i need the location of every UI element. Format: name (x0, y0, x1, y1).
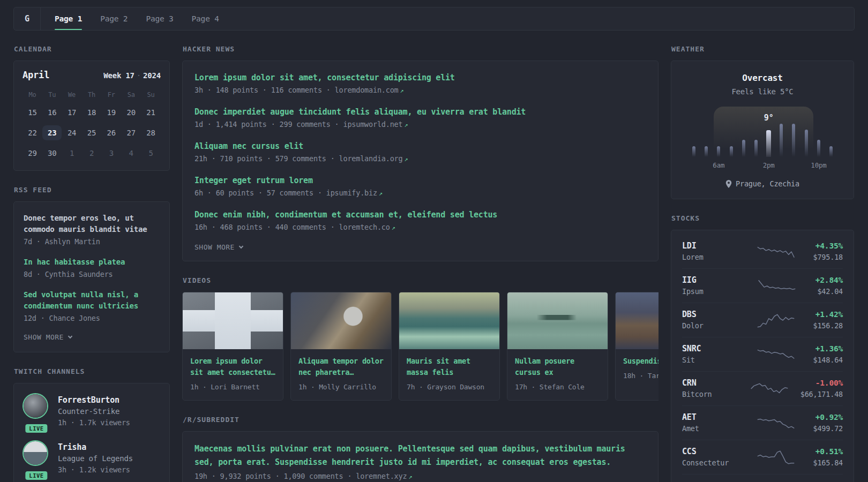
calendar-day: 4 (121, 146, 141, 161)
hacker-news-section-title: HACKER NEWS (183, 45, 659, 53)
weather-bar (792, 124, 795, 157)
calendar-week-year: Week 17·2024 (103, 71, 161, 80)
video-title[interactable]: Mauris sit amet massa felis (407, 356, 492, 378)
stock-row[interactable]: SNRCSit+1.36%$148.64 (682, 337, 843, 371)
stock-left: CRNBitcorn (682, 378, 739, 400)
calendar-weekday-header: Th (82, 90, 102, 100)
weather-time-label: 10pm (811, 161, 826, 169)
twitch-channel-game: Counter-Strike (58, 406, 130, 417)
rss-show-more-label: SHOW MORE (24, 333, 64, 341)
sparkline-chart (757, 347, 795, 363)
hacker-news-item: Donec imperdiet augue tincidunt felis al… (194, 106, 646, 130)
stock-left: LDILorem (682, 240, 739, 262)
weather-bar-current (766, 130, 771, 157)
hacker-news-item-title[interactable]: Lorem ipsum dolor sit amet, consectetur … (194, 72, 646, 84)
stock-left: AETAmet (682, 412, 739, 434)
rss-show-more-button[interactable]: SHOW MORE (24, 333, 160, 341)
stocks-card: LDILorem+4.35%$795.18IIGIpsum+2.84%$42.0… (671, 230, 854, 482)
video-card[interactable]: Aliquam tempor dolor nec pharetra…1h · M… (290, 292, 392, 401)
stock-row[interactable]: AETAmet+0.92%$499.72 (682, 405, 843, 440)
calendar-day: 27 (121, 125, 141, 140)
hacker-news-item-title[interactable]: Integer eget rutrum lorem (194, 175, 646, 186)
stock-ticker: CRN (682, 378, 739, 389)
hacker-news-list: Lorem ipsum dolor sit amet, consectetur … (194, 72, 646, 233)
stock-price: $795.18 (813, 252, 843, 262)
video-card[interactable]: Suspendisse diam18h · Tara (615, 292, 659, 401)
stock-left: IIGIpsum (682, 275, 739, 297)
stock-right: +0.51%$165.84 (813, 446, 843, 468)
twitch-section: TWITCH CHANNELS LIVEForrestBurtonCounter… (13, 367, 170, 482)
stock-row[interactable]: IIGIpsum+2.84%$42.04 (682, 268, 843, 303)
stock-left: SNRCSit (682, 343, 739, 365)
twitch-channel-meta: 3h · 1.2k viewers (58, 464, 133, 476)
video-card[interactable]: Nullam posuere cursus ex17h · Stefan Col… (507, 292, 608, 401)
tab-page-2[interactable]: Page 2 (100, 7, 128, 30)
weather-bars (687, 124, 837, 157)
hacker-news-item-meta: 16h · 468 points · 440 comments · loremt… (194, 222, 646, 233)
twitch-card: LIVEForrestBurtonCounter-Strike1h · 1.7k… (13, 383, 170, 482)
twitch-channel-row[interactable]: LIVETrishaLeague of Legends3h · 1.2k vie… (24, 441, 160, 476)
twitch-section-title: TWITCH CHANNELS (14, 367, 170, 375)
video-card-body: Aliquam tempor dolor nec pharetra…1h · M… (291, 349, 391, 400)
stock-row[interactable]: DBSDolor+1.42%$156.28 (682, 303, 843, 337)
weather-location-row: Prague, Czechia (682, 179, 843, 188)
hacker-news-item-title[interactable]: Donec enim nibh, condimentum et accumsan… (194, 209, 646, 221)
tab-page-4[interactable]: Page 4 (192, 7, 219, 30)
weather-time-label: 2pm (763, 161, 775, 169)
weather-bar-slot (687, 124, 700, 157)
app-logo[interactable]: G (14, 7, 41, 30)
hacker-news-item-title[interactable]: Aliquam nec cursus elit (194, 140, 646, 152)
calendar-card: April Week 17·2024 MoTuWeThFrSaSu1516171… (13, 61, 170, 171)
hacker-news-item-meta: 3h · 148 points · 116 comments · loremdo… (194, 85, 646, 96)
weather-section: WEATHER Overcast Feels like 5°C 9° 6am2p… (671, 45, 854, 199)
video-title[interactable]: Lorem ipsum dolor sit amet consectetu… (190, 356, 275, 378)
weather-bar-slot (762, 124, 775, 157)
stock-name: Bitcorn (682, 389, 739, 400)
rss-item: In hac habitasse platea8d · Cynthia Saun… (24, 257, 160, 280)
stock-change: +1.42% (813, 309, 843, 320)
stock-row[interactable]: LDILorem+4.35%$795.18 (682, 235, 843, 268)
stock-change: -1.00% (800, 378, 843, 389)
rss-item-title[interactable]: Donec tempor eros leo, ut commodo mauris… (24, 213, 160, 235)
hacker-news-item: Donec enim nibh, condimentum et accumsan… (194, 209, 646, 233)
sparkline-chart (750, 381, 789, 397)
chevron-down-icon (239, 244, 243, 248)
calendar-day: 24 (62, 125, 82, 140)
rss-section: RSS FEED Donec tempor eros leo, ut commo… (13, 186, 170, 352)
video-title[interactable]: Nullam posuere cursus ex (515, 356, 600, 378)
hacker-news-show-more-button[interactable]: SHOW MORE (194, 243, 646, 251)
weather-condition: Overcast (682, 73, 843, 83)
video-card[interactable]: Lorem ipsum dolor sit amet consectetu…1h… (182, 292, 283, 401)
stock-change: +1.36% (813, 343, 843, 355)
tab-page-1[interactable]: Page 1 (55, 7, 82, 30)
video-card[interactable]: Mauris sit amet massa felis7h · Grayson … (399, 292, 500, 401)
tab-page-3[interactable]: Page 3 (146, 7, 173, 30)
stock-row[interactable]: CCSConsectetur+0.51%$165.84 (682, 440, 843, 474)
videos-section-title: VIDEOS (183, 276, 659, 284)
rss-item-meta: 8d · Cynthia Saunders (24, 269, 160, 280)
stock-left: CCSConsectetur (682, 446, 739, 468)
twitch-channel-row[interactable]: LIVEForrestBurtonCounter-Strike1h · 1.7k… (24, 394, 160, 428)
stock-row[interactable]: AHS+0.46% (682, 474, 843, 482)
stock-left: DBSDolor (682, 309, 739, 331)
hacker-news-item-title[interactable]: Donec imperdiet augue tincidunt felis al… (194, 106, 646, 118)
rss-item-title[interactable]: Sed volutpat nulla nisl, a condimentum n… (24, 289, 160, 312)
stock-name: Dolor (682, 320, 739, 331)
stock-name: Sit (682, 355, 739, 365)
stock-ticker: IIG (682, 275, 739, 286)
rss-item-title[interactable]: In hac habitasse platea (24, 257, 160, 268)
video-title[interactable]: Aliquam tempor dolor nec pharetra… (298, 356, 384, 378)
sparkline-chart (757, 449, 795, 465)
weather-location: Prague, Czechia (736, 179, 799, 188)
live-badge: LIVE (25, 424, 47, 433)
main-grid: CALENDAR April Week 17·2024 MoTuWeThFrSa… (13, 45, 855, 482)
video-meta: 18h · Tara (623, 371, 659, 381)
subreddit-post-title[interactable]: Maecenas mollis pulvinar erat non posuer… (194, 442, 646, 469)
stocks-section: STOCKS LDILorem+4.35%$795.18IIGIpsum+2.8… (671, 214, 854, 482)
calendar-day: 19 (101, 105, 121, 120)
video-title[interactable]: Suspendisse diam (623, 356, 659, 367)
calendar-day: 16 (42, 105, 62, 120)
stock-right: -1.00%$66,171.48 (800, 378, 843, 400)
stock-price: $165.84 (813, 457, 843, 468)
stock-row[interactable]: CRNBitcorn-1.00%$66,171.48 (682, 371, 843, 405)
